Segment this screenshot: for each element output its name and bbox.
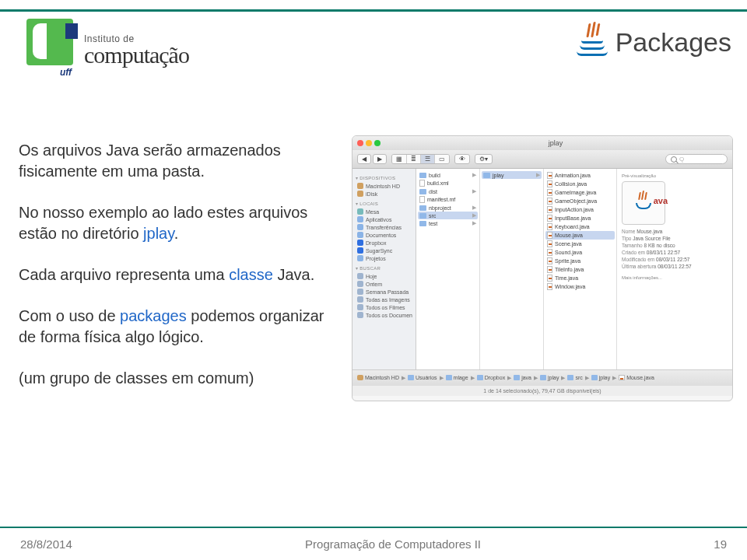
traffic-lights xyxy=(357,140,381,146)
action-button[interactable]: ⚙▾ xyxy=(475,154,493,164)
list-item[interactable]: Sprite.java xyxy=(545,257,615,265)
java-label: ava xyxy=(654,196,668,205)
quicklook-button[interactable]: 👁 xyxy=(454,154,470,164)
list-item[interactable]: build▶ xyxy=(418,171,478,179)
folder-icon xyxy=(591,375,598,380)
smartfolder-icon xyxy=(357,281,363,287)
list-item[interactable]: Time.java xyxy=(545,274,615,282)
java-file-icon xyxy=(547,189,552,196)
smartfolder-icon xyxy=(357,304,363,310)
list-item[interactable]: build.xml xyxy=(418,179,478,187)
sidebar-item-semana[interactable]: Semana Passada xyxy=(356,288,412,296)
search-input[interactable]: Q xyxy=(665,154,728,164)
sidebar-section-devices: DISPOSITIVOS xyxy=(356,175,412,180)
crumb-label: jplay xyxy=(599,375,610,380)
minimize-icon[interactable] xyxy=(366,140,372,146)
footer-page: 19 xyxy=(714,537,727,551)
sidebar-label: Todos os Filmes xyxy=(366,305,405,310)
list-item[interactable]: InputBase.java xyxy=(545,214,615,222)
more-info-link[interactable]: Mais informações... xyxy=(622,275,662,280)
forward-button[interactable]: ▶ xyxy=(373,154,387,164)
disk-icon xyxy=(357,375,363,380)
sidebar-item-hoje[interactable]: Hoje xyxy=(356,272,412,280)
sidebar-item-transferencias[interactable]: Transferências xyxy=(356,223,412,231)
sugarsync-icon xyxy=(357,247,363,254)
list-item[interactable]: Collision.java xyxy=(545,180,615,188)
view-icon-icon[interactable]: ▦ xyxy=(392,155,407,163)
preview-heading: Pré-visualização xyxy=(622,173,656,178)
page-title: Packages xyxy=(577,23,731,61)
sidebar-item-macintosh-hd[interactable]: Macintosh HD xyxy=(356,182,412,190)
view-mode-segment[interactable]: ▦ ≣ ☰ ▭ xyxy=(391,154,450,164)
crumb-label: jplay xyxy=(548,375,559,380)
list-item[interactable]: nbproject▶ xyxy=(418,204,478,212)
list-item[interactable]: src▶ xyxy=(418,212,478,219)
sidebar-item-dropbox[interactable]: Dropbox xyxy=(356,239,412,247)
list-item[interactable]: dist▶ xyxy=(418,187,478,195)
list-item[interactable]: Animation.java xyxy=(545,171,615,180)
chevron-right-icon: ▶ xyxy=(561,375,565,381)
meta-size-label: Tamanho xyxy=(622,243,643,248)
sidebar-label: Dropbox xyxy=(366,240,386,246)
sidebar-item-documentos-search[interactable]: Todos os Documentos xyxy=(356,311,412,319)
footer-rule xyxy=(0,527,747,529)
crumb-item[interactable]: Dropbox xyxy=(477,375,505,380)
list-item[interactable]: TileInfo.java xyxy=(545,265,615,274)
uff-logo: uff xyxy=(16,16,73,86)
list-item[interactable]: Mouse.java xyxy=(545,231,615,240)
sidebar-item-ontem[interactable]: Ontem xyxy=(356,280,412,288)
item-label: Scene.java xyxy=(555,241,582,247)
chevron-right-icon: ▶ xyxy=(440,375,444,381)
paragraph-2: No nosso exemplo ao lado estes arquivos … xyxy=(19,202,345,244)
sidebar-item-aplicativos[interactable]: Aplicativos xyxy=(356,215,412,223)
list-item[interactable]: Scene.java xyxy=(545,240,615,248)
item-label: manifest.mf xyxy=(427,197,455,202)
list-item[interactable]: manifest.mf xyxy=(418,195,478,204)
list-item[interactable]: InputAction.java xyxy=(545,205,615,214)
crumb-label: Usuários xyxy=(416,375,437,380)
meta-created-value: 08/03/11 22:57 xyxy=(647,250,680,255)
sidebar-item-sugarsync[interactable]: SugarSync xyxy=(356,247,412,254)
crumb-item[interactable]: src xyxy=(567,375,582,380)
folder-icon xyxy=(419,221,426,226)
sidebar-item-mesa[interactable]: Mesa xyxy=(356,208,412,215)
crumb-item[interactable]: Usuários xyxy=(408,375,437,380)
java-file-icon xyxy=(547,240,552,247)
list-item[interactable]: jplay▶ xyxy=(482,171,542,179)
view-columns-icon[interactable]: ☰ xyxy=(421,155,435,163)
search-icon xyxy=(671,156,677,163)
list-item[interactable]: test▶ xyxy=(418,219,478,227)
sidebar-item-idisk[interactable]: iDisk xyxy=(356,190,412,198)
list-item[interactable]: Window.java xyxy=(545,282,615,291)
item-label: InputBase.java xyxy=(555,215,591,221)
item-label: test xyxy=(429,221,437,226)
sidebar-label: iDisk xyxy=(366,191,377,197)
list-item[interactable]: GameObject.java xyxy=(545,197,615,205)
p3-text: Cada arquivo representa uma xyxy=(19,266,229,283)
crumb-item[interactable]: Macintosh HD xyxy=(357,375,399,380)
sidebar-label: Macintosh HD xyxy=(366,184,400,189)
folder-icon xyxy=(408,375,414,380)
disk-icon xyxy=(357,191,363,197)
chevron-right-icon: ▶ xyxy=(534,375,538,381)
sidebar-item-documentos[interactable]: Documentos xyxy=(356,231,412,239)
sidebar-item-projetos[interactable]: Projetos xyxy=(356,254,412,262)
view-coverflow-icon[interactable]: ▭ xyxy=(435,155,449,163)
crumb-item[interactable]: mlage xyxy=(446,375,468,380)
crumb-item[interactable]: jplay xyxy=(591,375,610,380)
sidebar-label: Semana Passada xyxy=(366,289,409,295)
view-list-icon[interactable]: ≣ xyxy=(407,155,421,163)
zoom-icon[interactable] xyxy=(374,140,381,146)
list-item[interactable]: GameImage.java xyxy=(545,188,615,197)
folder-icon xyxy=(477,375,483,380)
crumb-item[interactable]: jplay xyxy=(540,375,559,380)
list-item[interactable]: Keyboard.java xyxy=(545,222,615,231)
sidebar-item-filmes[interactable]: Todos os Filmes xyxy=(356,303,412,311)
list-item[interactable]: Sound.java xyxy=(545,248,615,257)
back-button[interactable]: ◀ xyxy=(357,154,371,164)
finder-sidebar: DISPOSITIVOS Macintosh HD iDisk LOCAIS M… xyxy=(352,169,416,369)
sidebar-item-imagens[interactable]: Todas as Imagens xyxy=(356,296,412,303)
close-icon[interactable] xyxy=(357,140,363,146)
crumb-item[interactable]: java xyxy=(514,375,531,380)
crumb-item[interactable]: Mouse.java xyxy=(619,375,654,380)
